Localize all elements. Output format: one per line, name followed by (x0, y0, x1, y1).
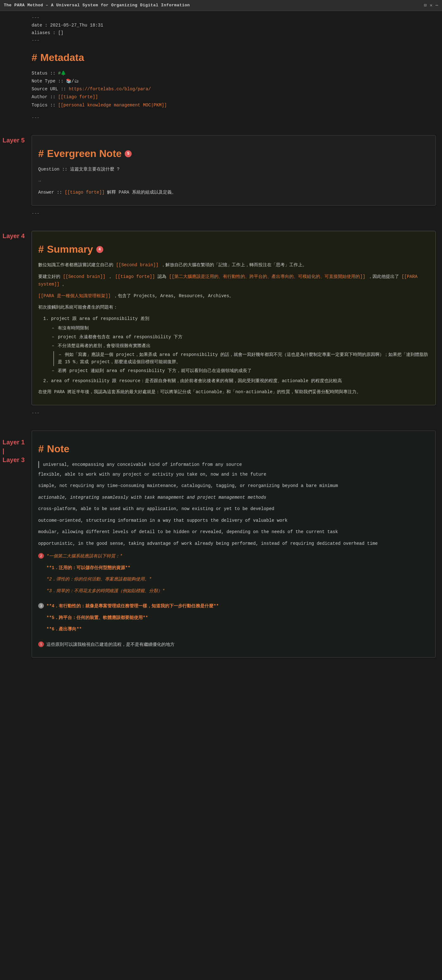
sub-item-1-4: － 若將 project 連結到 area of responsibility … (51, 367, 429, 375)
answer-text: 解釋 PARA 系統的組成以及定義。 (107, 190, 176, 195)
yaml-dashes-bottom: --- (32, 38, 40, 43)
note2-block: 2 *一個第二大腦系統應該有以下特質：* **1．泛用的：可以儲存任何型態的資源… (38, 552, 429, 598)
summary-para2-text3: 認為 (157, 274, 169, 279)
sub-item-1-2: － project 永遠都會包含在 area of responsibility… (51, 334, 429, 341)
note2-badge: 2 (38, 553, 44, 559)
second-brain-link-2[interactable]: [[Second brain]] (63, 274, 105, 279)
note-content: # Note universal, encompassing any conce… (29, 424, 442, 664)
layer5-row: Layer 5 # Evergreen Note 5 Question :: 這… (0, 129, 442, 224)
question-line: Question :: 這篇文章主要在說什麼 ? (38, 165, 429, 173)
second-brain-qualities-link[interactable]: [[第二大腦應該是泛用的、有行動性的、跨平台的、產出導向的、可模組化的、可直接開… (169, 274, 365, 279)
source-url-label: Source URL :: (32, 86, 66, 92)
status-line: Status :: #🌲 (32, 70, 436, 77)
summary-para2: 要建立好的 [[Second brain]] ， [[tiago forte]]… (38, 273, 429, 288)
main-content: --- date : 2021-05-27_Thu 18:31 aliases … (0, 11, 442, 129)
topics-label: Topics :: (32, 103, 56, 108)
menu-icon[interactable]: ⋯ (436, 2, 438, 9)
layer4-row: Layer 4 # Summary 4 數位知識工作者都應該嘗試建立自己的 [[… (0, 224, 442, 424)
sub-list-1: － 有沒有時間限制 － project 永遠都會包含在 area of resp… (51, 325, 429, 375)
source-url-line: Source URL :: https://fortelabs.co/blog/… (32, 85, 436, 93)
para-framework-link[interactable]: [[PARA 是一種個人知識管理框架]] (38, 293, 111, 299)
summary-badge: 4 (96, 246, 103, 253)
evergreen-content: # Evergreen Note 5 Question :: 這篇文章主要在說什… (29, 129, 442, 224)
author-link[interactable]: [[tiago forte]] (58, 94, 98, 100)
question-label: Question :: (38, 167, 67, 172)
yaml-dashes-top: --- (32, 15, 40, 20)
note-line3: actionable, integrating seamlessly with … (38, 494, 429, 501)
note4-block: 1 這些原則可以讓我檢視自己建造的流程，是不是有繼續優化的地方 (38, 641, 429, 652)
layer5-label: Layer 5 (3, 135, 25, 145)
summary-para2-text1: 要建立好的 (38, 274, 63, 279)
note3-item4: **4．有行動性的：就像是專案管理或任務管理一樣，知道我的下一步行動任務是什麼*… (46, 602, 219, 610)
note3-badge: 3 (38, 603, 44, 609)
note4-text: 這些原則可以讓我檢視自己建造的流程，是不是有繼續優化的地方 (46, 641, 175, 649)
second-brain-link-1[interactable]: [[Second brain]] (116, 262, 158, 267)
note-block: # Note universal, encompassing any conce… (32, 431, 436, 657)
note2-content: *一個第二大腦系統應該有以下特質：* **1．泛用的：可以儲存任何型態的資源**… (46, 552, 165, 598)
note-line6: modular, allowing different levels of de… (38, 528, 429, 536)
status-label: Status :: (32, 71, 56, 76)
summary-note-block: # Summary 4 數位知識工作者都應該嘗試建立自己的 [[Second b… (32, 231, 436, 405)
metadata-heading: # Metadata (32, 49, 436, 66)
author-label: Author :: (32, 94, 56, 100)
note-blockquote: universal, encompassing any conceivable … (38, 461, 429, 468)
summary-para1: 數位知識工作者都應該嘗試建立自己的 [[Second brain]] ，解放自己… (38, 261, 429, 269)
note3-item6: **6．產出導向** (46, 625, 219, 633)
note-type-icon: 📚/🗂 (66, 79, 78, 84)
author-line: Author :: [[tiago forte]] (32, 93, 436, 101)
layer4-label: Layer 4 (3, 231, 25, 241)
summary-para2-text2: ， (108, 274, 112, 279)
content-area: --- date : 2021-05-27_Thu 18:31 aliases … (29, 11, 442, 129)
list-item-1: 1. project 跟 area of responsibility 差別 (43, 315, 429, 322)
summary-content: # Summary 4 數位知識工作者都應該嘗試建立自己的 [[Second b… (29, 224, 442, 424)
summary-para4: 初次接觸到此系統可能會產生的問題有： (38, 304, 429, 312)
note3-item5: **5．跨平台：任何的裝置、軟體應該都要能使用** (46, 614, 219, 622)
sub-item-1-3: － 不分清楚這兩者的差別，會發現很難有實際產出 (51, 342, 429, 350)
close-icon[interactable]: ✕ (430, 2, 432, 9)
evergreen-badge: 5 (125, 150, 132, 157)
sub-sub-item-1-1: － 例如「寫書」應該是一個 project，如果弄成 area of respo… (58, 351, 429, 366)
topics-line: Topics :: [[personal knowledge managemen… (32, 101, 436, 109)
yaml-date-value: 2021-05-27_Thu 18:31 (50, 23, 103, 28)
layer1-label: Layer 1 | Layer 3 (3, 438, 25, 464)
summary-list: 1. project 跟 area of responsibility 差別 －… (43, 315, 429, 385)
note-line7: opportunistic, in the good sense, taking… (38, 540, 429, 548)
note4-badge: 1 (38, 641, 44, 647)
summary-para1-text1: 數位知識工作者都應該嘗試建立自己的 (38, 262, 116, 267)
answer-line: Answer :: [[tiago forte]] 解釋 PARA 系統的組成以… (38, 189, 429, 196)
note-type-label: Note Type :: (32, 79, 64, 84)
window-controls[interactable]: ⊡ ✕ ⋯ (424, 2, 438, 9)
note-line5: outcome-oriented, structuring informatio… (38, 517, 429, 525)
yaml-aliases-value: [] (58, 30, 64, 35)
summary-para1-text2: ，解放自己的大腦在繁瑣的「記憶」工作上，轉而投注在「思考」工作上。 (161, 262, 307, 267)
topics-link[interactable]: [[personal knowledge management MOC|PKM]… (58, 103, 167, 108)
metadata-section: # Metadata Status :: #🌲 Note Type :: 📚/🗂… (32, 49, 436, 109)
answer-label: Answer :: (38, 190, 62, 195)
layer5-label-container: Layer 5 (0, 129, 29, 224)
tiago-forte-link[interactable]: [[tiago forte]] (115, 274, 155, 279)
divider-3: --- (32, 410, 436, 417)
arrow-symbol: → (38, 178, 41, 183)
note-line1: flexible, able to work with any project … (38, 471, 429, 479)
note-line2: simple, not requiring any time-consuming… (38, 482, 429, 490)
answer-link[interactable]: [[tiago forte]] (65, 190, 107, 195)
list-item-1-text: project 跟 area of responsibility 差別 (51, 315, 149, 322)
layer1-label-container: Layer 1 | Layer 3 (0, 424, 29, 664)
note-heading: # Note (38, 441, 429, 457)
minimize-icon[interactable]: ⊡ (424, 2, 426, 9)
summary-para3: [[PARA 是一種個人知識管理框架]] ，包含了 Projects, Area… (38, 292, 429, 300)
evergreen-note-block: # Evergreen Note 5 Question :: 這篇文章主要在說什… (32, 135, 436, 205)
sub-item-1-1: － 有沒有時間限制 (51, 325, 429, 332)
question-text: 這篇文章主要在說什麼 ? (70, 167, 120, 172)
summary-para2-text4: ，因此他提出了 (368, 274, 402, 279)
note2-item2: *2．彈性的：你的任何活動、專案應該都能夠使用。* (46, 576, 165, 583)
status-link[interactable]: #🌲 (58, 71, 66, 76)
note-line4: cross-platform, able to be used with any… (38, 505, 429, 513)
left-margin (0, 11, 29, 129)
note2-item3: *3．簡單的：不用花太多的時間維護（例如貼標籤、分類）* (46, 587, 165, 595)
yaml-aliases-label: aliases : (32, 30, 58, 35)
window-title: The PARA Method – A Universal System for… (4, 2, 190, 9)
note-type-line: Note Type :: 📚/🗂 (32, 77, 436, 85)
source-url-link[interactable]: https://fortelabs.co/blog/para/ (69, 86, 151, 92)
summary-para2-text5: 。 (62, 282, 67, 287)
